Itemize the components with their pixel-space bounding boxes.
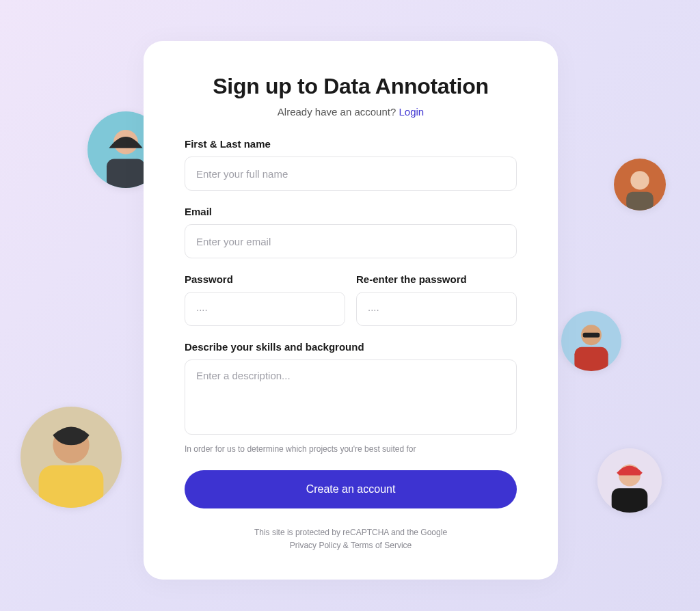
create-account-button[interactable]: Create an account xyxy=(185,470,517,508)
svg-point-7 xyxy=(630,171,649,189)
terms-of-service-link[interactable]: Terms of Service xyxy=(351,541,412,550)
svg-rect-15 xyxy=(612,488,648,513)
description-textarea[interactable] xyxy=(185,359,517,435)
name-input[interactable] xyxy=(185,157,517,191)
svg-rect-12 xyxy=(574,347,608,371)
description-helper: In order for us to determine which proje… xyxy=(185,444,517,454)
recaptcha-notice: This site is protected by reCAPTCHA and … xyxy=(185,526,517,552)
subtitle: Already have an account? Login xyxy=(185,106,517,118)
email-input[interactable] xyxy=(185,224,517,258)
subtitle-text: Already have an account? xyxy=(278,106,399,118)
page-title: Sign up to Data Annotation xyxy=(185,74,517,99)
password-confirm-label: Re-enter the password xyxy=(356,273,517,285)
login-link[interactable]: Login xyxy=(399,106,424,118)
avatar xyxy=(561,311,621,371)
footer-separator: & xyxy=(340,541,350,550)
avatar xyxy=(597,448,662,513)
signup-card: Sign up to Data Annotation Already have … xyxy=(144,41,558,580)
description-label: Describe your skills and background xyxy=(185,341,517,353)
password-label: Password xyxy=(185,273,345,285)
svg-rect-2 xyxy=(107,159,145,188)
svg-rect-5 xyxy=(39,465,104,508)
privacy-policy-link[interactable]: Privacy Policy xyxy=(290,541,341,550)
svg-rect-11 xyxy=(583,333,600,338)
avatar xyxy=(21,407,122,508)
email-label: Email xyxy=(185,206,517,217)
name-label: First & Last name xyxy=(185,138,517,150)
password-confirm-input[interactable] xyxy=(356,292,517,326)
avatar xyxy=(614,159,666,211)
svg-rect-8 xyxy=(626,192,654,211)
password-input[interactable] xyxy=(185,292,345,326)
footer-line1: This site is protected by reCAPTCHA and … xyxy=(254,528,447,537)
